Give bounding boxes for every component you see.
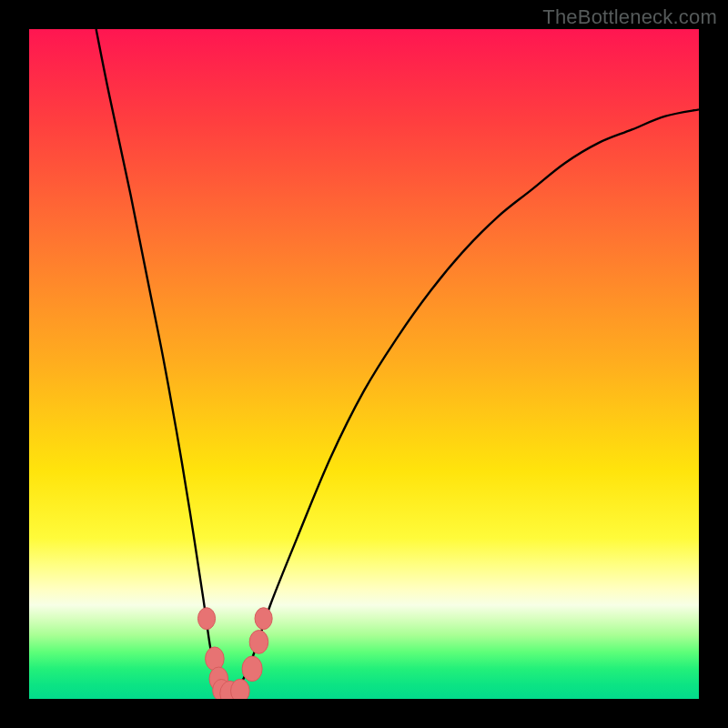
curve-layer: [29, 29, 699, 699]
data-marker: [242, 656, 262, 682]
data-marker: [249, 631, 268, 654]
bottleneck-curve: [96, 29, 699, 694]
data-markers: [197, 608, 272, 699]
data-marker: [206, 647, 225, 671]
data-marker: [197, 608, 215, 630]
chart-frame: TheBottleneck.com: [0, 0, 728, 728]
watermark-text: TheBottleneck.com: [542, 5, 717, 29]
plot-area: [29, 29, 699, 699]
data-marker: [255, 608, 272, 630]
data-marker: [231, 679, 250, 699]
